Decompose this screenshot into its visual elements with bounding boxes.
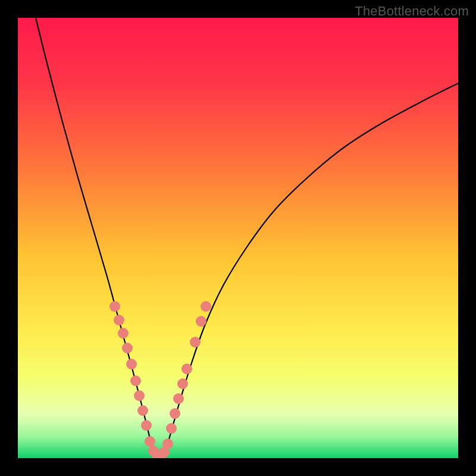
data-point <box>118 328 129 339</box>
data-point <box>126 359 137 369</box>
data-point <box>122 343 133 353</box>
highlighted-points <box>109 301 211 458</box>
data-point <box>162 439 173 449</box>
data-point <box>170 408 180 419</box>
data-point <box>130 375 141 386</box>
data-point <box>134 390 145 401</box>
data-point <box>141 420 152 431</box>
data-point <box>173 393 184 404</box>
data-point <box>190 337 201 347</box>
chart-frame: TheBottleneck.com <box>0 0 476 476</box>
data-point <box>109 301 120 312</box>
data-point <box>196 316 206 327</box>
data-point <box>166 423 177 434</box>
curves-layer <box>18 18 458 458</box>
data-point <box>145 436 155 447</box>
watermark-text: TheBottleneck.com <box>355 4 469 19</box>
data-point <box>201 301 211 312</box>
plot-area <box>18 18 458 458</box>
data-point <box>114 315 124 325</box>
bottleneck-curve-left <box>36 18 156 455</box>
data-point <box>137 405 148 416</box>
data-point <box>177 378 188 389</box>
data-point <box>181 364 192 374</box>
bottleneck-curve-right <box>164 83 458 455</box>
